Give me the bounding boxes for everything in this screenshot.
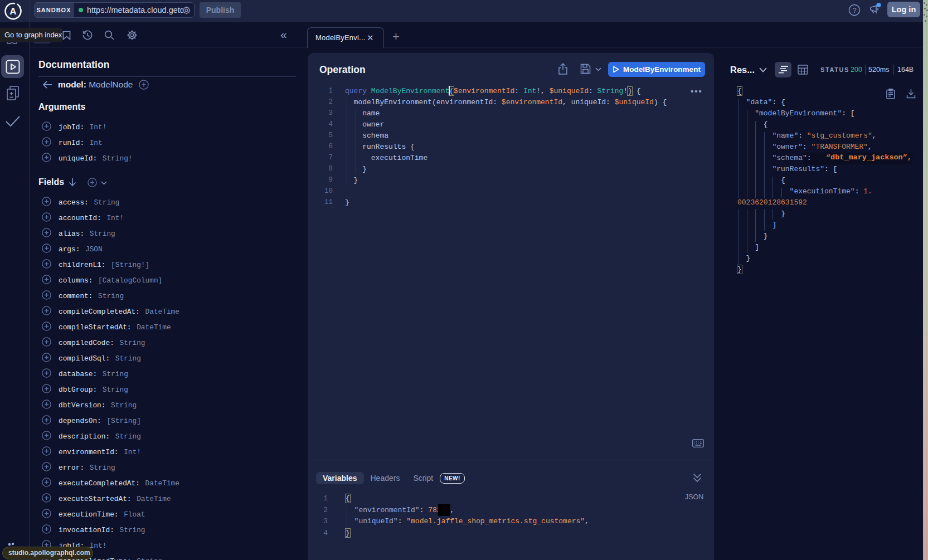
svg-text:?: ? [852,6,856,14]
svg-text:A: A [9,6,16,17]
